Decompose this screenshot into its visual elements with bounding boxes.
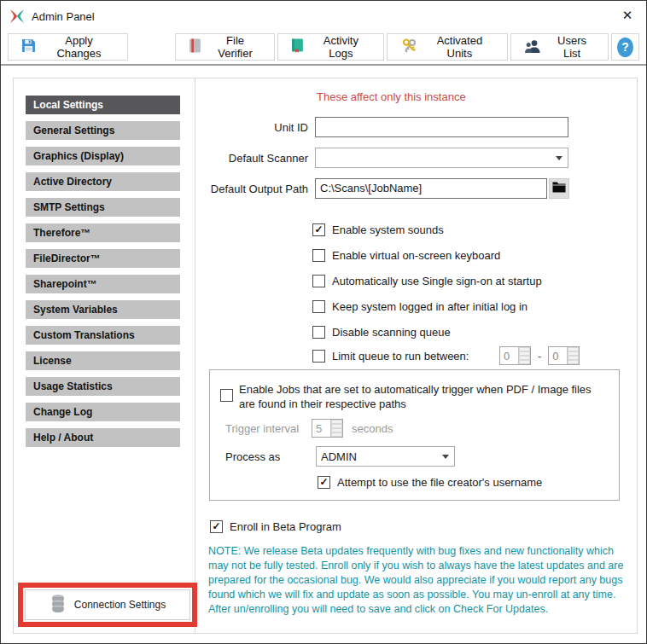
connection-settings-highlight: Connection Settings: [18, 583, 197, 627]
sidebar-item-filedirector[interactable]: FileDirector™: [26, 249, 180, 268]
trigger-interval-label: Trigger interval: [225, 422, 312, 435]
question-icon: ?: [617, 38, 633, 57]
admin-panel-window: Admin Panel ✕ Apply Changes: [0, 0, 647, 644]
connection-settings-button[interactable]: Connection Settings: [25, 589, 190, 620]
browse-folder-button[interactable]: [549, 178, 569, 199]
checkbox-row[interactable]: Disable scanning queue: [312, 326, 451, 339]
checkbox-label: Enable system sounds: [332, 223, 444, 236]
sidebar-item-system-variables[interactable]: System Variables: [26, 300, 180, 319]
connection-settings-label: Connection Settings: [74, 599, 166, 611]
chevron-down-icon: [442, 455, 449, 459]
limit-queue-row: Limit queue to run between: 0 - 0: [312, 346, 580, 365]
content-area: These affect only this instance Unit ID …: [195, 78, 637, 633]
users-icon: [524, 39, 541, 55]
app-logo-icon: [9, 9, 25, 23]
spinner-down-icon[interactable]: [568, 356, 579, 364]
enable-jobs-label: Enable Jobs that are set to automaticall…: [239, 382, 604, 411]
process-as-select[interactable]: ADMIN: [316, 446, 455, 467]
checkbox-row[interactable]: Enable virtual on-screen keyboard: [312, 249, 500, 262]
spinner-up-icon[interactable]: [568, 347, 579, 356]
default-output-path-input[interactable]: C:\Scans\[JobName]: [315, 178, 547, 199]
keep-logged-in-checkbox[interactable]: [312, 300, 325, 313]
folder-icon: [552, 182, 566, 195]
instance-notice: These affect only this instance: [317, 90, 466, 103]
file-verifier-button[interactable]: File Verifier: [175, 33, 275, 61]
sidebar-item-sharepoint[interactable]: Sharepoint™: [26, 275, 180, 293]
attempt-username-row[interactable]: ✓ Attempt to use the file creator's user…: [318, 476, 542, 489]
sidebar-item-usage-statistics[interactable]: Usage Statistics: [26, 377, 180, 396]
queue-from-value: 0: [500, 347, 518, 364]
unit-id-label: Unit ID: [195, 121, 308, 134]
file-verifier-label: File Verifier: [209, 34, 261, 60]
unit-id-input[interactable]: [315, 117, 568, 137]
activity-logs-button[interactable]: Activity Logs: [277, 33, 384, 61]
default-scanner-row: Default Scanner: [195, 148, 568, 168]
checkbox-label: Automatically use Single sign-on at star…: [332, 275, 542, 287]
teal-book-icon: [291, 38, 304, 55]
queue-to-stepper[interactable]: 0: [548, 346, 580, 365]
trigger-interval-value: 5: [312, 420, 330, 437]
queue-from-stepper[interactable]: 0: [499, 346, 531, 365]
activity-logs-label: Activity Logs: [312, 34, 370, 60]
close-button[interactable]: ✕: [614, 4, 641, 26]
sidebar-item-active-directory[interactable]: Active Directory: [26, 172, 180, 191]
process-as-label: Process as: [225, 450, 316, 463]
attempt-username-label: Attempt to use the file creator's userna…: [337, 476, 542, 489]
floppy-save-icon: [21, 38, 36, 55]
default-output-path-row: Default Output Path C:\Scans\[JobName]: [195, 178, 547, 199]
sidebar: Local Settings General Settings Graphics…: [14, 78, 195, 633]
trigger-interval-row: Trigger interval 5 seconds: [225, 419, 393, 438]
apply-changes-label: Apply Changes: [44, 34, 114, 60]
title-bar: Admin Panel ✕: [1, 1, 646, 32]
toolbar-separator: [1, 64, 646, 66]
sidebar-item-therefore[interactable]: Therefore™: [26, 223, 180, 242]
spinner-up-icon[interactable]: [519, 347, 530, 356]
activated-units-label: Activated Units: [425, 34, 494, 60]
sidebar-item-custom-translations[interactable]: Custom Translations: [26, 326, 180, 345]
sidebar-item-license[interactable]: License: [26, 351, 180, 370]
users-list-button[interactable]: Users List: [510, 33, 609, 61]
checkbox-row[interactable]: Keep system logged in after initial log …: [312, 300, 528, 313]
sidebar-item-smtp-settings[interactable]: SMTP Settings: [26, 198, 180, 217]
help-button[interactable]: ?: [611, 33, 639, 61]
checkbox-row[interactable]: Automatically use Single sign-on at star…: [312, 275, 542, 287]
checkbox-label: Enable virtual on-screen keyboard: [332, 249, 500, 262]
trigger-interval-unit: seconds: [352, 422, 393, 435]
spinner-up-icon[interactable]: [331, 420, 342, 428]
enroll-beta-checkbox[interactable]: ✓: [210, 520, 223, 533]
enable-system-sounds-checkbox[interactable]: ✓: [312, 223, 325, 236]
enroll-beta-label: Enroll in Beta Program: [230, 520, 341, 533]
enroll-beta-row[interactable]: ✓ Enroll in Beta Program: [210, 520, 341, 533]
sidebar-item-change-log[interactable]: Change Log: [26, 403, 180, 421]
range-separator: -: [538, 350, 541, 363]
checkbox-row[interactable]: ✓ Enable system sounds: [312, 223, 444, 236]
main-panel: Local Settings General Settings Graphics…: [13, 78, 638, 634]
spinner-down-icon[interactable]: [519, 356, 530, 364]
single-sign-on-checkbox[interactable]: [312, 275, 325, 287]
process-as-row: Process as ADMIN: [225, 446, 455, 467]
virtual-keyboard-checkbox[interactable]: [312, 249, 325, 262]
apply-changes-button[interactable]: Apply Changes: [8, 33, 128, 61]
unit-id-row: Unit ID: [195, 117, 568, 137]
default-scanner-label: Default Scanner: [195, 152, 308, 165]
activated-units-button[interactable]: Activated Units: [387, 33, 508, 61]
disable-scanning-queue-checkbox[interactable]: [312, 326, 325, 339]
checkbox-label: Keep system logged in after initial log …: [332, 300, 528, 313]
enable-jobs-checkbox[interactable]: [220, 389, 233, 402]
sidebar-item-general-settings[interactable]: General Settings: [26, 121, 180, 140]
sidebar-item-local-settings[interactable]: Local Settings: [26, 96, 180, 114]
default-output-path-label: Default Output Path: [195, 183, 308, 195]
keys-icon: [400, 38, 417, 56]
limit-queue-checkbox[interactable]: [312, 350, 325, 363]
gray-book-icon: [189, 38, 201, 55]
sidebar-item-graphics-display[interactable]: Graphics (Display): [26, 147, 180, 165]
limit-queue-label: Limit queue to run between:: [332, 350, 493, 363]
trigger-interval-stepper[interactable]: 5: [312, 419, 343, 438]
auto-trigger-jobs-group: Enable Jobs that are set to automaticall…: [209, 369, 620, 501]
attempt-username-checkbox[interactable]: ✓: [318, 476, 330, 489]
sidebar-item-help-about[interactable]: Help / About: [26, 428, 180, 447]
default-scanner-select[interactable]: [315, 148, 568, 168]
spinner-down-icon[interactable]: [331, 428, 342, 437]
window-title: Admin Panel: [32, 10, 95, 23]
toolbar: Apply Changes File Verifier Activity Log…: [1, 32, 646, 64]
